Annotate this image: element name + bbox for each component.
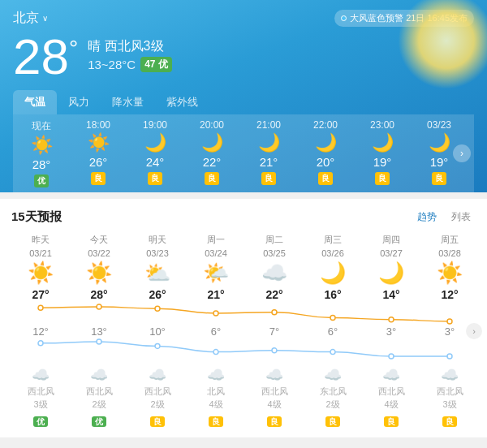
forecast-high-temp: 12° (441, 288, 458, 301)
forecast-curve-wrapper: 昨天 03/21 ☀️ 27° 今天 03/22 ☀️ 28° 明天 03/23… (11, 234, 476, 428)
forecast-scroll-arrow[interactable]: › (466, 323, 482, 339)
forecast-aqi: 良 (362, 413, 420, 428)
forecast-high-temp: 28° (90, 288, 107, 301)
hourly-temp: 22° (203, 155, 222, 169)
forecast-section: 15天预报 趋势 列表 昨天 03/21 ☀️ 27° 今天 03/22 ☀️ … (0, 199, 487, 437)
hourly-aqi-badge: 良 (148, 172, 162, 185)
forecast-date: 03/21 (29, 248, 52, 258)
hourly-weather-icon: 🌙 (429, 134, 450, 152)
hourly-temp: 19° (430, 155, 449, 169)
forecast-aqi: 良 (128, 413, 187, 428)
forecast-wind-label: ☁️西北风4级 (362, 365, 420, 411)
tab-uv[interactable]: 紫外线 (155, 90, 209, 114)
hourly-temp: 24° (146, 155, 165, 169)
forecast-low-temp: 13° (70, 325, 128, 338)
forecast-day-label: 周四 (382, 234, 400, 246)
svg-point-0 (38, 305, 43, 310)
weather-condition: 晴 西北风3级 (88, 38, 172, 55)
forecast-header: 15天预报 趋势 列表 (11, 209, 476, 226)
hourly-weather-icon: 🌙 (315, 134, 337, 152)
forecast-day-label: 明天 (149, 234, 166, 246)
forecast-scroll[interactable]: 昨天 03/21 ☀️ 27° 今天 03/22 ☀️ 28° 明天 03/23… (11, 234, 476, 428)
forecast-date: 03/27 (380, 248, 403, 258)
forecast-date: 03/28 (438, 248, 461, 258)
forecast-aqi: 良 (420, 413, 476, 428)
forecast-wind-label: ☁️西北风4级 (245, 365, 304, 411)
city-selector[interactable]: 北京 ∨ (13, 10, 48, 27)
city-label: 北京 (13, 10, 39, 27)
forecast-wind-label: ☁️西北风2级 (128, 365, 187, 411)
forecast-wind-label: ☁️北风4级 (187, 365, 245, 411)
forecast-low-temp: 7° (245, 325, 304, 338)
hourly-item: 20:00 🌙 22° 良 (183, 114, 240, 192)
hourly-weather-icon: 🌙 (372, 134, 394, 152)
tab-temperature[interactable]: 气温 (13, 90, 57, 114)
hourly-aqi-badge: 良 (432, 172, 446, 185)
forecast-days-container: 昨天 03/21 ☀️ 27° 今天 03/22 ☀️ 28° 明天 03/23… (11, 234, 476, 428)
hourly-weather-icon: 🌙 (201, 134, 223, 152)
hourly-time: 现在 (32, 119, 51, 133)
hourly-time: 03/23 (427, 119, 451, 131)
svg-point-11 (213, 350, 218, 355)
forecast-aqi: 优 (70, 413, 128, 428)
forecast-title: 15天预报 (11, 209, 62, 225)
forecast-day: 周一 03/24 🌤️ 21° (187, 234, 245, 301)
forecast-aqi-row: 优优良良良良良良 (11, 413, 476, 428)
weather-top-section: 北京 ∨ 大风蓝色预警 21日 16:45发布 28° 晴 西北风3级 13~2… (0, 0, 487, 192)
svg-point-7 (447, 319, 452, 324)
forecast-wind-label: ☁️西北风3级 (11, 365, 70, 411)
view-list-button[interactable]: 列表 (446, 209, 476, 226)
forecast-day-label: 周三 (324, 234, 342, 246)
hourly-scroll-arrow[interactable]: › (453, 144, 471, 162)
svg-point-10 (155, 344, 160, 349)
forecast-date: 03/22 (88, 248, 110, 258)
svg-point-8 (38, 341, 43, 346)
svg-point-15 (447, 354, 452, 359)
svg-point-2 (155, 306, 160, 311)
hourly-aqi-badge: 良 (205, 172, 219, 185)
hourly-temp: 19° (373, 155, 392, 169)
alert-dot-icon (341, 15, 347, 21)
forecast-low-temp: 3° (362, 325, 420, 338)
forecast-high-temp: 22° (265, 288, 282, 301)
tab-precipitation[interactable]: 降水量 (101, 90, 155, 114)
hourly-temp: 20° (317, 155, 335, 169)
forecast-day-label: 周五 (441, 234, 459, 246)
view-trend-button[interactable]: 趋势 (412, 209, 442, 226)
forecast-low-temp: 12° (11, 325, 70, 338)
forecast-day: 周五 03/28 ☀️ 12° (420, 234, 476, 301)
forecast-wind-label: ☁️西北风2级 (70, 365, 128, 411)
forecast-high-temp: 16° (324, 288, 341, 301)
hourly-forecast-scroll[interactable]: 现在 ☀️ 28° 优 18:00 ☀️ 26° 良 19:00 🌙 24° 良… (13, 114, 474, 192)
forecast-wind-label: ☁️西北风3级 (420, 365, 476, 411)
forecast-day: 周二 03/25 ☁️ 22° (245, 234, 304, 301)
tab-wind[interactable]: 风力 (57, 90, 101, 114)
high-temp-curve (11, 301, 476, 325)
forecast-high-temp: 14° (382, 288, 399, 301)
forecast-date: 03/24 (205, 248, 227, 258)
hourly-aqi-badge: 良 (261, 172, 276, 185)
hourly-time: 20:00 (200, 119, 224, 131)
hourly-time: 18:00 (86, 119, 110, 131)
svg-point-6 (389, 317, 394, 322)
forecast-wind-label: ☁️东北风2级 (304, 365, 362, 411)
hourly-aqi-badge: 优 (34, 174, 49, 187)
low-temp-curve (11, 338, 476, 362)
hourly-item: 22:00 🌙 20° 良 (297, 114, 354, 192)
hourly-time: 23:00 (370, 119, 394, 131)
forecast-day-label: 周二 (265, 234, 283, 246)
forecast-low-temp: 6° (187, 325, 245, 338)
aqi-badge: 47 优 (140, 57, 172, 72)
forecast-day-label: 周一 (207, 234, 225, 246)
hourly-scroll-wrapper: 现在 ☀️ 28° 优 18:00 ☀️ 26° 良 19:00 🌙 24° 良… (13, 114, 474, 192)
temp-range-value: 13~28°C (88, 58, 136, 71)
forecast-low-temp: 6° (304, 325, 362, 338)
forecast-day: 今天 03/22 ☀️ 28° (70, 234, 128, 301)
svg-point-5 (330, 316, 335, 321)
forecast-weather-icon: 🌙 (378, 261, 404, 286)
forecast-view-buttons: 趋势 列表 (412, 209, 476, 226)
forecast-aqi: 优 (11, 413, 70, 428)
hourly-item: 19:00 🌙 24° 良 (127, 114, 183, 192)
forecast-high-temp: 27° (32, 288, 49, 301)
forecast-weather-icon: 🌙 (320, 261, 346, 286)
